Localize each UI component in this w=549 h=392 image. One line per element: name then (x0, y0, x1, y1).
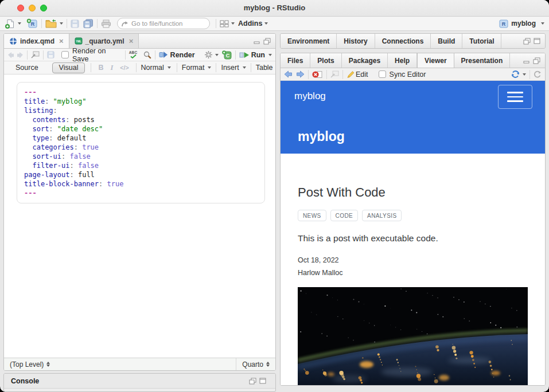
save-icon[interactable] (47, 51, 54, 58)
console-header[interactable]: Console (4, 374, 275, 389)
print-icon[interactable] (101, 19, 111, 28)
back-icon[interactable] (7, 52, 14, 58)
edit-button[interactable]: Edit (356, 70, 368, 79)
render-on-save-checkbox[interactable] (61, 51, 69, 58)
goto-placeholder: Go to file/function (131, 20, 183, 27)
viewer-back-icon[interactable] (284, 70, 293, 78)
goto-file-function-input[interactable]: Go to file/function (117, 18, 210, 29)
new-file-dropdown-caret[interactable] (18, 22, 21, 25)
insert-chunk-icon[interactable]: C (222, 50, 232, 60)
format-menu-caret[interactable] (208, 66, 211, 69)
editor-format-bar: Source Visual B I </> Normal Format Inse… (4, 61, 275, 75)
code-button[interactable]: </> (120, 64, 129, 71)
viewer-forward-icon[interactable] (296, 70, 305, 78)
tab-environment[interactable]: Environment (281, 34, 337, 48)
new-project-icon[interactable]: R (26, 18, 38, 29)
files-tabbar: FilesPlotsPackagesHelpViewerPresentation (281, 53, 545, 68)
svg-text:YML: YML (76, 40, 81, 43)
environment-pane: EnvironmentHistoryConnectionsBuildTutori… (280, 33, 546, 49)
scope-indicator[interactable]: (Top Level) (10, 360, 44, 369)
new-file-icon[interactable] (5, 18, 15, 29)
spellcheck-icon[interactable]: ABC (129, 51, 138, 59)
minimize-pane-icon[interactable] (254, 38, 260, 44)
clear-viewer-icon[interactable] (312, 70, 323, 79)
render-settings-caret[interactable] (215, 54, 219, 56)
category-badge[interactable]: CODE (330, 210, 359, 221)
source-mode-button[interactable]: Source (15, 64, 38, 72)
pane-layout-icon[interactable] (220, 20, 229, 28)
publish-caret[interactable] (523, 73, 526, 76)
run-caret[interactable] (268, 54, 272, 56)
file-type-indicator[interactable]: Quarto (242, 360, 263, 369)
tab-quarto-yml[interactable]: YML _quarto.yml × (69, 34, 139, 48)
main-toolbar: R Go to file/function Addins R (0, 17, 549, 31)
tab-label: _quarto.yml (85, 37, 124, 45)
paragraph-style-dropdown[interactable]: Normal (141, 64, 164, 72)
save-icon[interactable] (71, 19, 79, 28)
code-line: listing: (24, 106, 258, 115)
insert-menu[interactable]: Insert (221, 64, 239, 72)
yaml-metadata-block[interactable]: ---title: "myblog"listing: contents: pos… (17, 82, 265, 203)
hamburger-menu-button[interactable] (498, 85, 532, 109)
render-button[interactable]: Render (170, 51, 195, 59)
tab-build[interactable]: Build (431, 34, 462, 48)
source-editor-pane: index.qmd × YML _quarto.yml × Render on … (3, 33, 276, 371)
post-description: This is a post with executable code. (298, 233, 528, 244)
edit-pencil-icon[interactable] (346, 70, 355, 79)
run-button[interactable]: Run (251, 51, 265, 59)
project-menu[interactable]: R myblog (499, 19, 544, 28)
restore-pane-icon[interactable] (249, 378, 256, 385)
tab-connections[interactable]: Connections (375, 34, 431, 48)
earth-night-image (298, 287, 528, 385)
close-tab-icon[interactable]: × (129, 37, 134, 45)
post-title-link[interactable]: Post With Code (298, 185, 528, 200)
render-icon[interactable] (159, 51, 168, 58)
tab-viewer[interactable]: Viewer (417, 53, 454, 68)
publish-icon[interactable] (511, 70, 520, 79)
tab-index-qmd[interactable]: index.qmd × (3, 34, 69, 48)
category-badge[interactable]: NEWS (298, 210, 326, 221)
maximize-pane-icon[interactable] (534, 38, 540, 44)
open-in-new-window-icon[interactable] (31, 51, 40, 58)
open-file-icon[interactable] (45, 19, 57, 29)
console-pane: Console (3, 373, 276, 392)
addins-caret[interactable] (264, 22, 268, 25)
maximize-pane-icon[interactable] (533, 57, 540, 64)
tab-packages[interactable]: Packages (342, 53, 388, 68)
visual-mode-button[interactable]: Visual (52, 62, 85, 73)
svg-text:R: R (502, 21, 506, 27)
forward-icon[interactable] (17, 52, 24, 58)
addins-menu[interactable]: Addins (238, 19, 262, 28)
r-project-icon: R (499, 19, 508, 28)
table-menu[interactable]: Table (256, 64, 273, 72)
tab-plots[interactable]: Plots (310, 53, 341, 68)
navbar-brand[interactable]: myblog (294, 91, 326, 102)
save-all-icon[interactable] (83, 19, 94, 28)
bold-button[interactable]: B (98, 64, 103, 72)
tab-presentation[interactable]: Presentation (454, 53, 511, 68)
run-icon[interactable] (239, 52, 250, 58)
italic-button[interactable]: I (110, 64, 113, 72)
close-tab-icon[interactable]: × (59, 37, 64, 45)
open-file-dropdown-caret[interactable] (60, 22, 63, 25)
maximize-pane-icon[interactable] (259, 378, 266, 384)
tab-history[interactable]: History (337, 34, 375, 48)
paragraph-style-caret[interactable] (168, 66, 171, 69)
render-settings-gear-icon[interactable] (204, 50, 213, 59)
tab-help[interactable]: Help (388, 53, 417, 68)
sync-editor-checkbox[interactable] (379, 70, 386, 78)
insert-menu-caret[interactable] (243, 66, 246, 69)
pane-layout-caret[interactable] (231, 22, 235, 25)
editor-content[interactable]: ---title: "myblog"listing: contents: pos… (4, 75, 275, 359)
minimize-pane-icon[interactable] (523, 58, 530, 64)
refresh-icon[interactable] (534, 70, 542, 79)
tab-label: index.qmd (20, 37, 54, 45)
category-badge[interactable]: ANALYSIS (362, 210, 402, 221)
search-icon[interactable] (143, 51, 151, 59)
open-in-new-window-icon[interactable] (330, 70, 339, 78)
tab-tutorial[interactable]: Tutorial (462, 34, 501, 48)
restore-pane-icon[interactable] (523, 38, 531, 45)
format-menu[interactable]: Format (182, 64, 205, 72)
tab-files[interactable]: Files (281, 53, 310, 68)
maximize-pane-icon[interactable] (263, 38, 271, 45)
